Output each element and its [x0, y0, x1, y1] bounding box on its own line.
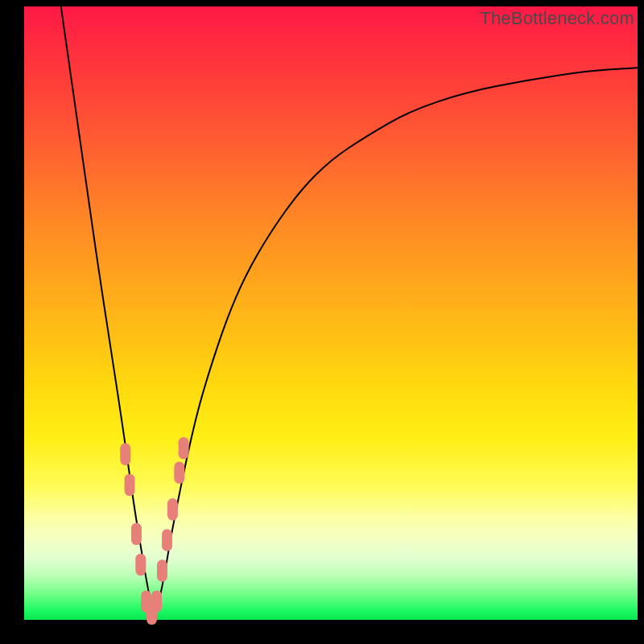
marker-point [131, 523, 142, 545]
marker-point [135, 554, 146, 576]
marker-group [120, 437, 188, 625]
marker-point [167, 498, 178, 520]
bottleneck-curve [61, 6, 638, 609]
marker-point [157, 559, 167, 581]
chart-frame: TheBottleneck.com [0, 0, 644, 644]
marker-point [162, 529, 172, 551]
marker-point [151, 590, 162, 612]
marker-point [125, 474, 135, 496]
marker-point [120, 444, 130, 465]
plot-svg [24, 6, 638, 620]
marker-point [174, 461, 184, 483]
marker-point [179, 437, 189, 459]
